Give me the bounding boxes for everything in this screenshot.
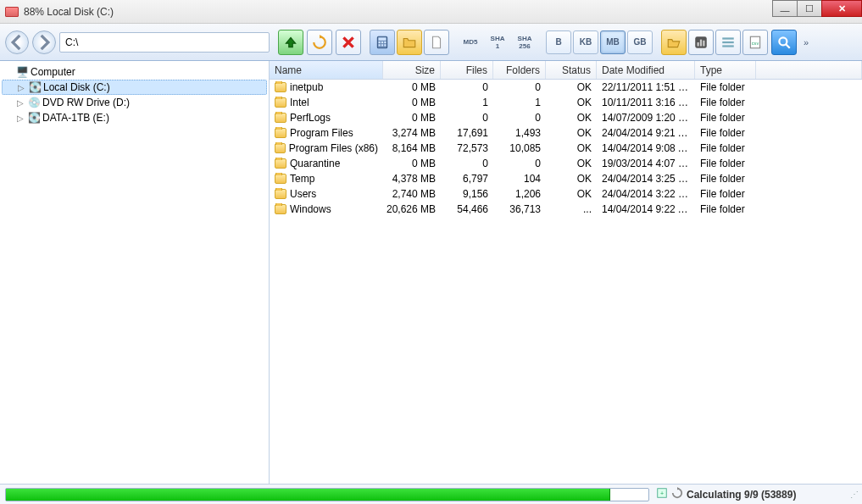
tree-item-computer[interactable]: 🖥️Computer	[2, 64, 267, 80]
svg-point-17	[779, 37, 787, 45]
column-size[interactable]: Size	[383, 61, 441, 79]
svg-rect-4	[384, 41, 386, 42]
folder-button[interactable]	[397, 30, 422, 55]
row-files: 0	[441, 112, 493, 124]
list-body[interactable]: inetpub0 MB00OK22/11/2011 1:51 PMFile fo…	[270, 80, 862, 484]
size-group: BKBMBGB	[546, 30, 653, 54]
svg-rect-6	[381, 44, 383, 46]
resize-grip[interactable]: ⋰	[850, 490, 857, 499]
folder-icon	[275, 174, 286, 184]
row-status: ...	[546, 203, 597, 215]
row-size: 4,378 MB	[383, 173, 441, 185]
export-group: csv	[661, 30, 768, 55]
toolbar-overflow[interactable]: »	[800, 37, 812, 47]
row-name: Program Files	[290, 127, 353, 139]
row-name: Intel	[290, 97, 309, 108]
disk-icon: 💽	[28, 80, 42, 94]
table-row[interactable]: Windows20,626 MB54,46636,713...14/04/201…	[270, 202, 862, 217]
path-input[interactable]: C:\	[59, 32, 270, 53]
row-files: 0	[441, 81, 493, 93]
hash-sha1-button[interactable]: SHA1	[485, 30, 510, 54]
table-row[interactable]: PerfLogs0 MB00OK14/07/2009 1:20 PMFile f…	[270, 110, 862, 125]
file-button[interactable]	[424, 30, 449, 55]
row-date: 19/03/2014 4:07 PM	[597, 158, 695, 169]
svg-rect-3	[381, 41, 383, 42]
folder-icon	[275, 158, 286, 169]
row-size: 20,626 MB	[383, 203, 441, 215]
column-type[interactable]: Type	[695, 61, 756, 79]
column-status[interactable]: Status	[546, 61, 597, 79]
refresh-button[interactable]	[307, 30, 332, 55]
table-row[interactable]: Quarantine0 MB00OK19/03/2014 4:07 PMFile…	[270, 156, 862, 171]
status-text: Calculating 9/9 (53889)	[687, 489, 796, 501]
svg-rect-5	[379, 44, 381, 46]
svg-rect-14	[722, 45, 734, 47]
row-size: 0 MB	[383, 112, 441, 124]
tree-label: Local Disk (C:)	[43, 81, 110, 93]
row-folders: 36,713	[493, 203, 546, 215]
details-button[interactable]	[715, 30, 741, 55]
svg-text:csv: csv	[752, 41, 759, 46]
tree-item-data-1tb-e-[interactable]: ▷💽DATA-1TB (E:)	[2, 110, 267, 125]
column-name[interactable]: Name	[270, 61, 383, 79]
size-kb-button[interactable]: KB	[573, 30, 598, 54]
maximize-button[interactable]	[797, 0, 822, 17]
list-header: Name Size Files Folders Status Date Modi…	[270, 61, 862, 80]
column-date[interactable]: Date Modified	[597, 61, 695, 79]
expander-icon[interactable]: ▷	[15, 114, 25, 123]
row-files: 54,466	[441, 203, 493, 215]
table-row[interactable]: inetpub0 MB00OK22/11/2011 1:51 PMFile fo…	[270, 80, 862, 95]
folder-tree[interactable]: 🖥️Computer▷💽Local Disk (C:)▷💿DVD RW Driv…	[0, 61, 270, 484]
row-date: 14/07/2009 1:20 PM	[597, 112, 695, 124]
row-files: 17,691	[441, 127, 493, 139]
row-type: File folder	[695, 81, 756, 93]
svg-rect-1	[379, 37, 387, 40]
row-size: 0 MB	[383, 158, 441, 169]
row-date: 14/04/2014 9:22 AM	[597, 203, 695, 215]
row-name: PerfLogs	[290, 112, 331, 124]
table-row[interactable]: Temp4,378 MB6,797104OK24/04/2014 3:25 PM…	[270, 171, 862, 186]
hash-md5-button[interactable]: MD5	[458, 30, 483, 54]
row-files: 72,573	[441, 142, 493, 154]
expander-icon[interactable]: ▷	[16, 83, 26, 92]
table-row[interactable]: Program Files (x86)8,164 MB72,57310,085O…	[270, 141, 862, 156]
size-b-button[interactable]: B	[546, 30, 571, 54]
row-files: 6,797	[441, 173, 493, 185]
expander-icon[interactable]: ▷	[15, 98, 25, 108]
export-csv-button[interactable]: csv	[742, 30, 768, 55]
column-folders[interactable]: Folders	[493, 61, 546, 79]
row-type: File folder	[695, 173, 756, 185]
row-type: File folder	[695, 188, 756, 200]
table-row[interactable]: Intel0 MB11OK10/11/2011 3:16 PMFile fold…	[270, 95, 862, 110]
tree-item-dvd-rw-drive-d-[interactable]: ▷💿DVD RW Drive (D:)	[2, 95, 267, 110]
calculator-button[interactable]	[370, 30, 395, 55]
status-bar: + Calculating 9/9 (53889) ⋰	[0, 484, 862, 504]
delete-button[interactable]	[336, 30, 361, 55]
row-files: 9,156	[441, 188, 493, 200]
column-files[interactable]: Files	[441, 61, 493, 79]
hash-sha256-button[interactable]: SHA256	[512, 30, 537, 54]
table-row[interactable]: Users2,740 MB9,1561,206OK24/04/2014 3:22…	[270, 186, 862, 202]
hash-group: MD5SHA1SHA256	[458, 30, 537, 54]
row-name: Program Files (x86)	[289, 142, 378, 154]
size-mb-button[interactable]: MB	[600, 30, 626, 54]
row-size: 0 MB	[383, 97, 441, 108]
sum-icon: +	[656, 487, 668, 501]
back-button[interactable]	[5, 30, 29, 54]
search-button[interactable]	[771, 30, 797, 55]
tree-item-local-disk-c-[interactable]: ▷💽Local Disk (C:)	[2, 80, 267, 95]
table-row[interactable]: Program Files3,274 MB17,6911,493OK24/04/…	[270, 125, 862, 141]
row-status: OK	[546, 158, 597, 169]
forward-button[interactable]	[32, 30, 56, 54]
window-controls	[773, 0, 862, 23]
close-button[interactable]	[821, 0, 862, 17]
row-name: inetpub	[290, 81, 323, 93]
row-folders: 10,085	[493, 142, 546, 154]
row-date: 24/04/2014 9:21 AM	[597, 127, 695, 139]
size-gb-button[interactable]: GB	[627, 30, 653, 54]
minimize-button[interactable]	[772, 0, 798, 17]
chart-button[interactable]	[688, 30, 714, 55]
open-folder-button[interactable]	[661, 30, 687, 55]
up-button[interactable]	[278, 30, 303, 55]
app-icon	[5, 7, 19, 17]
